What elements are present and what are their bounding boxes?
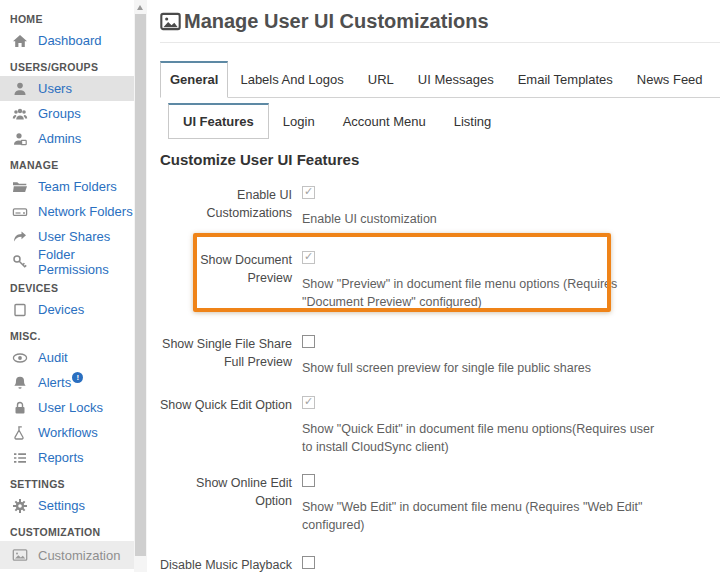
folder-icon xyxy=(12,179,28,195)
sidebar-item-reports[interactable]: Reports xyxy=(0,445,134,470)
setting-help-text: Show "Web Edit" in document file menu (R… xyxy=(302,498,662,534)
tab-news-feed[interactable]: News Feed xyxy=(625,62,715,97)
enable-ui-customizations-checkbox[interactable] xyxy=(302,186,315,199)
sidebar-item-label: User Shares xyxy=(38,229,110,244)
sidebar-item-users[interactable]: Users xyxy=(0,76,134,101)
sidebar-item-label: Settings xyxy=(38,498,85,513)
sidebar-item-devices[interactable]: Devices xyxy=(0,297,134,322)
sidebar-item-label: Folder Permissions xyxy=(38,247,134,277)
show-quick-edit-option-checkbox[interactable] xyxy=(302,396,315,409)
tab-url[interactable]: URL xyxy=(356,62,406,97)
sidebar-item-customization[interactable]: Customization xyxy=(0,541,134,569)
setting-label: Disable Music Playback xyxy=(160,555,292,572)
setting-help-text: Enable UI customization xyxy=(302,210,662,228)
section-heading: Customize User UI Features xyxy=(160,151,720,168)
tab-labels-and-logos[interactable]: Labels And Logos xyxy=(228,62,355,97)
tab-general[interactable]: General xyxy=(160,61,228,98)
sidebar-item-groups[interactable]: Groups xyxy=(0,101,134,126)
sidebar-item-network-folders[interactable]: Network Folders xyxy=(0,199,134,224)
sidebar-item-folder-permissions[interactable]: Folder Permissions xyxy=(0,249,134,274)
home-icon xyxy=(12,33,28,49)
scrollbar-up-arrow[interactable] xyxy=(137,5,143,10)
sidebar-item-label: Customization xyxy=(38,548,120,563)
user-icon xyxy=(12,81,28,97)
tab-email-templates[interactable]: Email Templates xyxy=(506,62,625,97)
tab-account-menu[interactable]: Account Menu xyxy=(329,104,440,139)
eye-icon xyxy=(12,350,28,366)
sidebar-item-audit[interactable]: Audit xyxy=(0,345,134,370)
users-group-icon xyxy=(12,106,28,122)
sidebar-item-admins[interactable]: Admins xyxy=(0,126,134,151)
page-title: Manage User UI Customizations xyxy=(184,10,489,33)
image-icon xyxy=(12,547,28,563)
alerts-badge: ! xyxy=(72,372,83,383)
sidebar-nav: HOME Dashboard USERS/GROUPS Users Groups xyxy=(0,0,134,572)
admin-portal: HOME Dashboard USERS/GROUPS Users Groups xyxy=(0,0,720,572)
sidebar-item-team-folders[interactable]: Team Folders xyxy=(0,174,134,199)
gear-icon xyxy=(12,498,28,514)
show-document-preview-checkbox[interactable] xyxy=(302,251,315,264)
setting-help-text: Show "Preview" in document file menu opt… xyxy=(302,275,662,311)
sidebar-item-label: Users xyxy=(38,81,72,96)
disable-music-playback-checkbox[interactable] xyxy=(302,556,315,569)
setting-row-enable-ui-customizations: Enable UI Customizations Enable UI custo… xyxy=(160,185,720,228)
tab-listing[interactable]: Listing xyxy=(440,104,506,139)
setting-label: Show Document Preview xyxy=(160,250,292,311)
sidebar-item-label: Admins xyxy=(38,131,81,146)
share-arrow-icon xyxy=(12,229,28,245)
sidebar-item-user-shares[interactable]: User Shares xyxy=(0,224,134,249)
sidebar-section-home: HOME xyxy=(0,5,134,28)
list-icon xyxy=(12,450,28,466)
setting-row-show-online-edit-option: Show Online Edit Option Show "Web Edit" … xyxy=(160,473,720,534)
admin-user-icon xyxy=(12,131,28,147)
sidebar-item-workflows[interactable]: Workflows xyxy=(0,420,134,445)
sidebar-item-alerts[interactable]: Alerts ! xyxy=(0,370,134,395)
sidebar-item-dashboard[interactable]: Dashboard xyxy=(0,28,134,53)
sidebar-item-settings[interactable]: Settings xyxy=(0,493,134,518)
page-header: Manage User UI Customizations xyxy=(160,0,720,43)
sidebar-item-label: Reports xyxy=(38,450,84,465)
flask-icon xyxy=(12,425,28,441)
sidebar-item-label: Audit xyxy=(38,350,68,365)
setting-row-show-quick-edit-option: Show Quick Edit Option Show "Quick Edit"… xyxy=(160,395,720,456)
sidebar-item-label: Groups xyxy=(38,106,81,121)
sidebar-section-manage: MANAGE xyxy=(0,151,134,174)
sidebar-scrollbar[interactable] xyxy=(134,0,147,572)
tab-login[interactable]: Login xyxy=(269,104,329,139)
setting-label: Show Quick Edit Option xyxy=(160,395,292,456)
setting-label: Show Single File Share Full Preview xyxy=(160,334,292,377)
sidebar-section-misc: MISC. xyxy=(0,322,134,345)
setting-row-disable-music-playback: Disable Music Playback Disable music pla… xyxy=(160,555,720,572)
sidebar-item-label: Dashboard xyxy=(38,33,102,48)
setting-label: Enable UI Customizations xyxy=(160,185,292,228)
sidebar-section-settings: SETTINGS xyxy=(0,470,134,493)
setting-row-show-document-preview: Show Document Preview Show "Preview" in … xyxy=(160,250,720,311)
sidebar-item-label: Network Folders xyxy=(38,204,133,219)
setting-help-text: Show full screen preview for single file… xyxy=(302,359,662,377)
network-drive-icon xyxy=(12,204,28,220)
setting-row-show-single-file-share-full-preview: Show Single File Share Full Preview Show… xyxy=(160,334,720,377)
sidebar-section-devices: DEVICES xyxy=(0,274,134,297)
main-content: Manage User UI Customizations General La… xyxy=(148,0,720,572)
show-online-edit-option-checkbox[interactable] xyxy=(302,474,315,487)
tab-tos[interactable]: TOS xyxy=(715,62,720,97)
sidebar-section-users-groups: USERS/GROUPS xyxy=(0,53,134,76)
setting-help-text: Show "Quick Edit" in document file menu … xyxy=(302,420,662,456)
sidebar-item-label: Team Folders xyxy=(38,179,117,194)
sidebar-item-label: Alerts xyxy=(38,375,71,390)
bell-icon xyxy=(12,375,28,391)
device-icon xyxy=(12,302,28,318)
scrollbar-thumb[interactable] xyxy=(135,14,146,556)
lock-icon xyxy=(12,400,28,416)
tab-ui-messages[interactable]: UI Messages xyxy=(406,62,506,97)
primary-tab-bar: General Labels And Logos URL UI Messages… xyxy=(160,61,720,98)
ui-features-form: Enable UI Customizations Enable UI custo… xyxy=(160,185,720,572)
tab-ui-features[interactable]: UI Features xyxy=(168,103,269,139)
key-icon xyxy=(12,254,28,270)
sidebar-item-user-locks[interactable]: User Locks xyxy=(0,395,134,420)
setting-label: Show Online Edit Option xyxy=(160,473,292,534)
show-single-file-share-full-preview-checkbox[interactable] xyxy=(302,335,315,348)
secondary-tab-bar: UI Features Login Account Menu Listing xyxy=(168,103,720,139)
sidebar-item-label: Workflows xyxy=(38,425,98,440)
image-icon xyxy=(160,11,181,32)
